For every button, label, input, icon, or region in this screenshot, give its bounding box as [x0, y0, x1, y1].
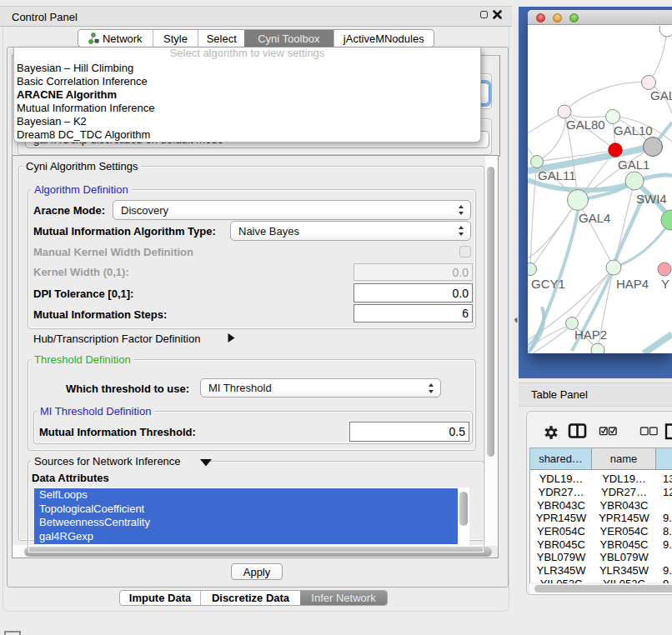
svg-text:HAP4: HAP4: [616, 277, 649, 291]
svg-text:HAP2: HAP2: [574, 328, 607, 342]
svg-text:GCY1: GCY1: [531, 277, 565, 291]
svg-text:GAL1: GAL1: [618, 158, 649, 172]
svg-text:GAL11: GAL11: [538, 168, 576, 182]
svg-text:SWI4: SWI4: [636, 192, 667, 206]
svg-text:GAL80: GAL80: [566, 118, 605, 132]
svg-text:GAL: GAL: [650, 88, 672, 102]
svg-text:GAL10: GAL10: [614, 123, 653, 138]
svg-text:Y: Y: [661, 277, 669, 291]
svg-text:GAL4: GAL4: [579, 211, 610, 225]
